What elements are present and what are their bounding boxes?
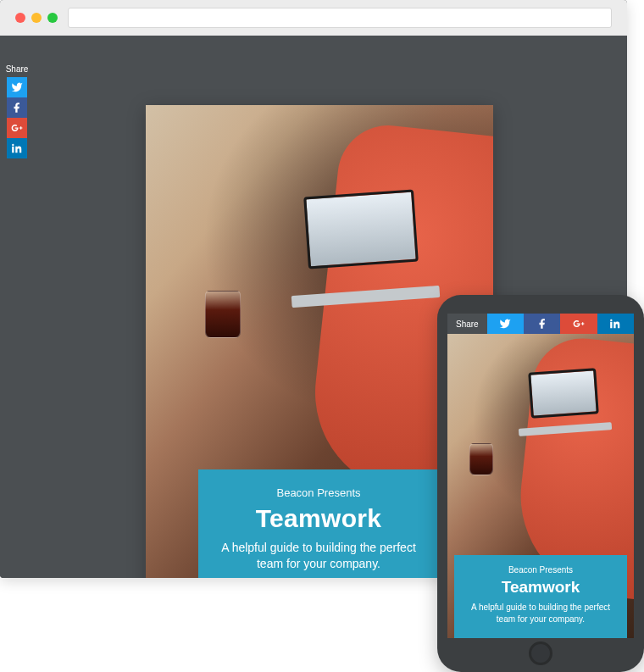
hero-glass (469, 443, 493, 475)
linkedin-icon (609, 318, 621, 330)
share-twitter-button[interactable] (487, 314, 524, 334)
window-close-dot[interactable] (15, 13, 25, 23)
share-linkedin-button[interactable] (597, 314, 634, 334)
subtitle: A helpful guide to building the perfect … (217, 540, 420, 573)
twitter-icon (11, 81, 23, 93)
subtitle: A helpful guide to building the perfect … (464, 602, 617, 625)
twitter-icon (499, 318, 511, 330)
address-bar[interactable] (68, 8, 612, 28)
facebook-icon (11, 102, 23, 114)
window-dots (15, 13, 58, 23)
share-twitter-button[interactable] (7, 77, 27, 97)
googleplus-icon (573, 318, 585, 330)
facebook-icon (536, 318, 548, 330)
title: Teamwork (464, 578, 617, 597)
window-minimize-dot[interactable] (31, 13, 42, 23)
share-linkedin-button[interactable] (7, 138, 27, 158)
phone-title-box: Beacon Presents Teamwork A helpful guide… (454, 555, 627, 638)
phone-screen: Share Beacon Presents Te (447, 314, 634, 638)
share-label: Share (447, 314, 487, 334)
hero-laptop-screen (528, 368, 599, 418)
googleplus-icon (11, 122, 23, 134)
browser-titlebar (0, 0, 627, 36)
phone-home-button[interactable] (529, 641, 552, 665)
share-googleplus-button[interactable] (7, 118, 27, 138)
pretitle: Beacon Presents (217, 486, 420, 499)
hero-laptop-screen (303, 189, 419, 269)
title: Teamwork (217, 504, 420, 533)
share-label: Share (3, 63, 31, 77)
pretitle: Beacon Presents (464, 565, 617, 575)
phone-hero-card: Beacon Presents Teamwork A helpful guide… (447, 334, 634, 638)
hero-glass (205, 291, 241, 338)
window-maximize-dot[interactable] (47, 13, 58, 23)
share-bar-horizontal: Share (447, 314, 634, 334)
share-facebook-button[interactable] (7, 97, 27, 118)
share-googleplus-button[interactable] (560, 314, 597, 334)
share-facebook-button[interactable] (524, 314, 560, 334)
share-bar-vertical: Share (3, 63, 31, 158)
linkedin-icon (11, 142, 23, 154)
phone-device: Share Beacon Presents Te (437, 295, 644, 672)
title-box: Beacon Presents Teamwork A helpful guide… (198, 469, 439, 578)
